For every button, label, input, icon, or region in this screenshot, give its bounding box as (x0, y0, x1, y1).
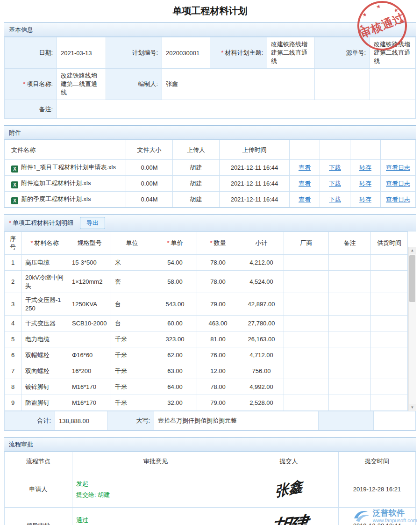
detail-material-name: 双帽螺栓 (21, 347, 68, 363)
detail-row: 4干式变压器SCB10-2000台60.00463.0027,780.00 (5, 316, 408, 331)
attachment-view-link[interactable]: 查看 (299, 164, 311, 171)
detail-row: 7双向螺栓16*200千米63.0012.00756.00 (5, 363, 408, 379)
required-mark: * (210, 239, 212, 246)
attachment-row: X附件1_项目工程材料计划申请表.xls0.00M胡建2021-12-11 16… (5, 160, 416, 176)
detail-supply-time (371, 379, 408, 395)
attachment-transfer-save-link[interactable]: 转存 (359, 164, 371, 171)
project-name-label: *项目名称: (5, 69, 57, 100)
detail-seq: 8 (5, 379, 21, 395)
attachments-col-action (320, 140, 350, 160)
approval-header-row: 流程节点 审批意见 提交人 提交时间 (5, 452, 416, 471)
attachment-action-cell: 查看日志 (381, 176, 416, 192)
detail-col-header: 单位 (111, 232, 153, 255)
project-name-value: 改建铁路线增建第二线直通线 (57, 69, 106, 100)
detail-quantity: 12.00 (197, 363, 239, 379)
details-totals-table: 合计: 138,888.00 大写: 壹拾叁万捌仟捌佰捌拾捌元整 (4, 411, 416, 431)
attachment-download-link[interactable]: 下载 (329, 164, 341, 171)
attachment-view-log-link[interactable]: 查看日志 (386, 164, 410, 171)
approval-opinion-line1: 发起 (76, 478, 235, 489)
attachments-col-upload-time: 上传时间 (220, 140, 290, 160)
approval-signature-cell: 胡建 (239, 508, 339, 525)
approval-section-header: 流程审批 (4, 438, 416, 452)
attachment-uploader: 胡建 (173, 176, 220, 192)
detail-unit: 千米 (111, 331, 153, 347)
detail-vendor (284, 255, 329, 271)
detail-unit: 千米 (111, 379, 153, 395)
detail-spec: M16*170 (68, 395, 111, 411)
detail-supply-time (371, 363, 408, 379)
required-mark: * (23, 80, 25, 87)
detail-vendor (284, 293, 329, 316)
source-no-value: 改建铁路线增建第二线直通线 (370, 37, 416, 69)
watermark-url: www.fanpusoft.com (373, 518, 417, 523)
attachment-row: X新的季度工程材料计划.xls0.04M胡建2021-12-11 16:44查看… (5, 192, 416, 208)
plan-no-value: 2020030001 (162, 37, 210, 69)
detail-remark (329, 395, 371, 411)
detail-col-header: 供货时间 (371, 232, 408, 255)
attachments-section: 附件 文件名称 文件大小 上传人 上传时间 X附件1_项目工程材料计划申请表.x… (4, 125, 416, 208)
attachment-transfer-save-link[interactable]: 转存 (359, 196, 371, 203)
detail-col-header: 厂商 (284, 232, 329, 255)
detail-material-name: 镀锌脚钉 (21, 379, 68, 395)
table-scrollbar[interactable]: ▲ ▼ (408, 247, 416, 411)
required-mark: * (167, 239, 169, 246)
total-value: 138,888.00 (55, 411, 107, 431)
totals-empty-label-cell (319, 411, 374, 431)
detail-seq: 1 (5, 255, 21, 271)
attachment-action-cell: 转存 (350, 160, 381, 176)
detail-vendor (284, 347, 329, 363)
detail-unit-price: 63.00 (153, 363, 197, 379)
attachments-col-uploader: 上传人 (173, 140, 220, 160)
attachment-action-cell: 查看日志 (381, 160, 416, 176)
detail-unit: 千米 (111, 347, 153, 363)
attachment-action-cell: 下载 (320, 176, 350, 192)
attachment-file-name-cell: X新的季度工程材料计划.xls (5, 192, 126, 208)
attachment-action-cell: 转存 (350, 192, 381, 208)
detail-seq: 7 (5, 363, 21, 379)
approval-opinion-line1: 通过 (76, 515, 235, 525)
approval-node: 领导审批 (5, 508, 72, 525)
detail-col-header: *单价 (153, 232, 197, 255)
handwritten-signature: 胡建 (269, 511, 308, 525)
detail-seq: 9 (5, 395, 21, 411)
attachment-file-name-cell: X附件1_项目工程材料计划申请表.xls (5, 160, 126, 176)
attachment-download-link[interactable]: 下载 (329, 196, 341, 203)
detail-row: 9防盗脚钉M16*170千米32.0079.002,528.00 (5, 395, 408, 411)
detail-spec: 1250KVA (68, 293, 111, 316)
attachment-view-log-link[interactable]: 查看日志 (386, 180, 410, 187)
export-button[interactable]: 导出 (80, 217, 105, 229)
author-value: 张鑫 (162, 69, 210, 100)
detail-seq: 2 (5, 271, 21, 293)
approval-col-submit-time: 提交时间 (339, 452, 416, 471)
attachment-download-link[interactable]: 下载 (329, 180, 341, 187)
approval-row: 申请人发起提交给: 胡建张鑫2019-12-28 16:21 (5, 471, 416, 508)
detail-spec: 16*200 (68, 363, 111, 379)
details-table-wrap: 序号*材料名称规格型号单位*单价*数量小计厂商备注供货时间 1高压电缆15-3*… (4, 231, 416, 411)
approval-col-opinion: 审批意见 (72, 452, 239, 471)
scroll-down-button[interactable]: ▼ (409, 404, 416, 411)
detail-unit-price: 60.00 (153, 316, 197, 331)
scroll-up-button[interactable]: ▲ (409, 247, 416, 254)
empty-cell (370, 69, 416, 100)
subject-value: 改建铁路线增建第二线直通线 (267, 37, 315, 69)
details-head-row: 序号*材料名称规格型号单位*单价*数量小计厂商备注供货时间 (5, 232, 408, 255)
approval-opinion: 发起提交给: 胡建 (72, 471, 239, 508)
attachment-transfer-save-link[interactable]: 转存 (359, 180, 371, 187)
detail-material-name: 防盗脚钉 (21, 395, 68, 411)
attachment-view-link[interactable]: 查看 (299, 180, 311, 187)
detail-vendor (284, 363, 329, 379)
attachment-view-log-link[interactable]: 查看日志 (386, 196, 410, 203)
detail-unit: 千米 (111, 395, 153, 411)
detail-spec: 1×120mm2 (68, 271, 111, 293)
detail-unit-price: 64.00 (153, 379, 197, 395)
detail-quantity: 79.00 (197, 293, 239, 316)
approval-opinion-line2: 提交给: 胡建 (76, 489, 235, 500)
fanpu-logo-icon (352, 509, 370, 524)
scroll-thumb[interactable] (409, 255, 415, 302)
detail-unit-price: 323.00 (153, 331, 197, 347)
attachments-section-title: 附件 (9, 129, 21, 137)
attachment-action-cell: 下载 (320, 192, 350, 208)
attachment-view-link[interactable]: 查看 (299, 196, 311, 203)
detail-subtotal: 27,780.00 (239, 316, 284, 331)
attachment-file-name-cell: X附件追加工程材料计划.xls (5, 176, 126, 192)
